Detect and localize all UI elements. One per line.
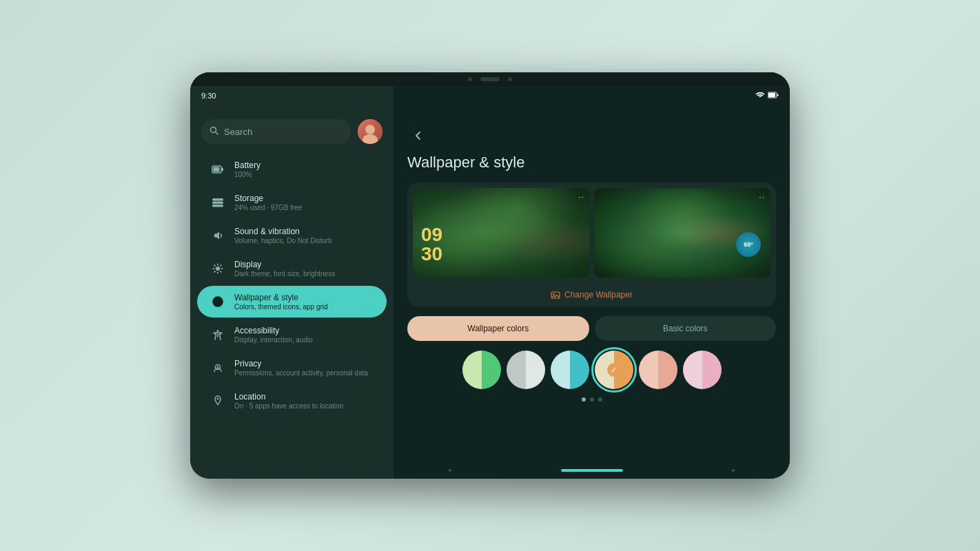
battery-subtitle: 100% — [234, 171, 261, 178]
location-text: Location On · 5 apps have access to loca… — [234, 392, 343, 410]
sound-subtitle: Volume, haptics, Do Not Disturb — [234, 237, 332, 245]
svg-rect-7 — [222, 168, 224, 171]
sidebar-item-wallpaper[interactable]: Wallpaper & style Colors, themed icons, … — [197, 286, 387, 318]
wallpaper-preview-lock[interactable]: ·· 0930 — [413, 188, 590, 278]
bottom-nav — [394, 462, 790, 479]
wallpaper-subtitle: Colors, themed icons, app grid — [234, 303, 328, 311]
menu-items: Battery 100% Storage 2 — [190, 152, 394, 479]
sidebar-item-sound[interactable]: Sound & vibration Volume, haptics, Do No… — [197, 220, 387, 251]
camera-dot-2 — [508, 77, 512, 81]
back-button[interactable] — [407, 125, 429, 147]
svg-point-3 — [211, 127, 216, 133]
swatch-6[interactable] — [683, 351, 722, 389]
svg-point-17 — [217, 366, 218, 368]
basic-colors-label: Basic colors — [663, 324, 708, 333]
battery-icon — [768, 92, 779, 100]
swatch-3[interactable] — [551, 351, 589, 389]
wallpaper-menu-icon — [211, 295, 225, 309]
display-subtitle: Dark theme, font size, brightness — [234, 270, 335, 278]
wallpaper-colors-label: Wallpaper colors — [467, 324, 529, 333]
camera-sensor — [480, 77, 500, 81]
swatch-1[interactable] — [462, 351, 501, 389]
svg-point-20 — [553, 293, 554, 295]
swatch-5[interactable] — [639, 351, 677, 389]
camera-dot — [468, 77, 472, 81]
sidebar-item-location[interactable]: Location On · 5 apps have access to loca… — [197, 385, 387, 417]
content-scroll[interactable]: Wallpaper & style ·· 0930 — [394, 147, 790, 462]
change-wallpaper-label: Change Wallpaper — [564, 290, 633, 300]
wallpaper-text: Wallpaper & style Colors, themed icons, … — [234, 293, 328, 311]
storage-subtitle: 24% used · 97GB free — [234, 204, 302, 211]
location-menu-icon — [211, 394, 225, 408]
nav-recent-indicator — [732, 469, 735, 472]
status-bar: 9:30 — [190, 86, 790, 105]
sound-text: Sound & vibration Volume, haptics, Do No… — [234, 227, 332, 245]
wallpaper-title: Wallpaper & style — [234, 293, 328, 302]
pagination-dot-2 — [590, 397, 594, 402]
wallpaper-previews: ·· 0930 ·· 68° — [407, 183, 776, 283]
nav-back-indicator — [449, 469, 451, 472]
swatches-row: ✓ — [407, 351, 776, 389]
accessibility-text: Accessibility Display, interaction, audi… — [234, 326, 313, 344]
privacy-title: Privacy — [234, 359, 368, 368]
svg-rect-2 — [777, 94, 779, 96]
accessibility-title: Accessibility — [234, 326, 313, 335]
privacy-menu-icon — [211, 361, 225, 375]
sidebar-item-storage[interactable]: Storage 24% used · 97GB free — [197, 187, 387, 218]
battery-title: Battery — [234, 160, 261, 170]
svg-rect-6 — [214, 167, 220, 172]
clock-overlay-left: 0930 — [421, 225, 442, 264]
avatar[interactable] — [358, 119, 382, 144]
swatch-4-selected[interactable]: ✓ — [595, 351, 633, 389]
nav-home-pill[interactable] — [561, 469, 623, 472]
display-title: Display — [234, 260, 335, 269]
accessibility-subtitle: Display, interaction, audio — [234, 336, 313, 344]
privacy-subtitle: Permissions, account activity, personal … — [234, 369, 368, 377]
svg-point-18 — [217, 398, 219, 400]
svg-line-4 — [216, 132, 218, 134]
sidebar-item-battery[interactable]: Battery 100% — [197, 154, 387, 185]
sidebar-item-privacy[interactable]: Privacy Permissions, account activity, p… — [197, 352, 387, 384]
accessibility-menu-icon — [211, 328, 225, 342]
storage-title: Storage — [234, 194, 302, 203]
main-content: Wallpaper & style ·· 0930 — [394, 86, 790, 479]
preview-menu-right[interactable]: ·· — [759, 192, 765, 202]
clock-overlay-right: 68° — [736, 232, 761, 257]
svg-point-11 — [216, 267, 220, 271]
search-placeholder: Search — [224, 127, 252, 137]
sidebar-item-accessibility[interactable]: Accessibility Display, interaction, audi… — [197, 319, 387, 351]
location-subtitle: On · 5 apps have access to location — [234, 402, 343, 410]
storage-menu-icon — [211, 196, 225, 209]
svg-point-14 — [217, 330, 219, 332]
storage-text: Storage 24% used · 97GB free — [234, 194, 302, 211]
status-icons — [755, 91, 779, 101]
search-icon — [210, 126, 218, 137]
battery-menu-icon — [211, 163, 225, 176]
change-wallpaper-button[interactable]: Change Wallpaper — [407, 283, 776, 306]
wallpaper-preview-home[interactable]: ·· 68° — [594, 188, 771, 278]
svg-rect-8 — [212, 198, 223, 201]
swatch-2[interactable] — [507, 351, 545, 389]
location-title: Location — [234, 392, 343, 402]
svg-rect-1 — [768, 93, 775, 97]
wifi-icon — [755, 91, 765, 101]
page-title: Wallpaper & style — [407, 154, 776, 171]
content-header — [394, 119, 790, 147]
tab-basic-colors[interactable]: Basic colors — [595, 316, 777, 341]
sidebar-item-display[interactable]: Display Dark theme, font size, brightnes… — [197, 253, 387, 284]
svg-rect-10 — [212, 205, 223, 207]
pagination-dot-1 — [582, 397, 586, 402]
svg-rect-9 — [212, 202, 223, 205]
display-menu-icon — [211, 262, 225, 276]
status-time: 9:30 — [201, 92, 216, 100]
search-bar[interactable]: Search — [201, 119, 351, 144]
swatch-check: ✓ — [607, 363, 621, 377]
tablet-device: 9:30 — [190, 72, 790, 479]
preview-menu-left[interactable]: ·· — [578, 192, 584, 202]
pagination-dot-3 — [598, 397, 602, 402]
color-tabs: Wallpaper colors Basic colors — [407, 316, 776, 341]
sidebar-header: Search — [190, 119, 394, 152]
sidebar: Search Batter — [190, 86, 394, 479]
wallpaper-card: ·· 0930 ·· 68° — [407, 183, 776, 306]
tab-wallpaper-colors[interactable]: Wallpaper colors — [407, 316, 589, 341]
